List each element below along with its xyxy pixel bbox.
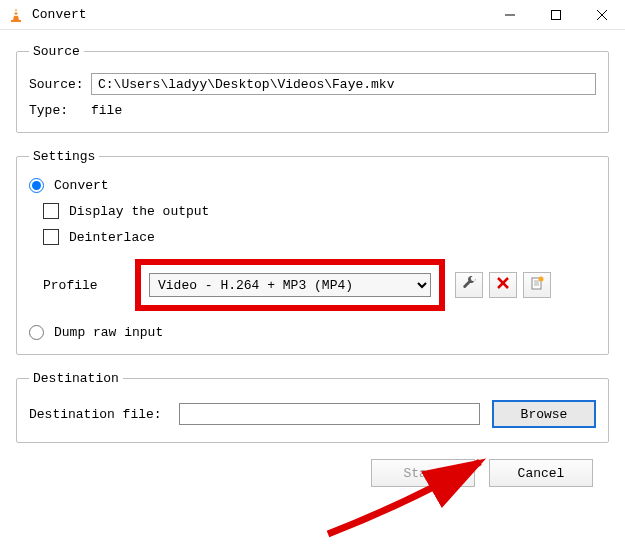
- svg-rect-2: [14, 14, 19, 15]
- source-input[interactable]: [91, 73, 596, 95]
- minimize-button[interactable]: [487, 0, 533, 30]
- dump-raw-radio[interactable]: [29, 325, 44, 340]
- source-label: Source:: [29, 77, 91, 92]
- start-button[interactable]: Start: [371, 459, 475, 487]
- x-icon: [497, 277, 509, 293]
- window-title: Convert: [32, 7, 87, 22]
- deinterlace-label: Deinterlace: [69, 230, 155, 245]
- cancel-button[interactable]: Cancel: [489, 459, 593, 487]
- destination-legend: Destination: [29, 371, 123, 386]
- new-profile-button[interactable]: [523, 272, 551, 298]
- convert-radio[interactable]: [29, 178, 44, 193]
- profile-select[interactable]: Video - H.264 + MP3 (MP4): [149, 273, 431, 297]
- edit-profile-button[interactable]: [455, 272, 483, 298]
- display-output-checkbox[interactable]: [43, 203, 59, 219]
- browse-button[interactable]: Browse: [492, 400, 596, 428]
- svg-rect-5: [552, 10, 561, 19]
- delete-profile-button[interactable]: [489, 272, 517, 298]
- convert-radio-label: Convert: [54, 178, 109, 193]
- source-legend: Source: [29, 44, 84, 59]
- destination-group: Destination Destination file: Browse: [16, 371, 609, 443]
- new-doc-icon: [530, 276, 544, 294]
- window-controls: [487, 0, 625, 30]
- deinterlace-checkbox[interactable]: [43, 229, 59, 245]
- maximize-button[interactable]: [533, 0, 579, 30]
- type-value: file: [91, 103, 122, 118]
- settings-legend: Settings: [29, 149, 99, 164]
- settings-group: Settings Convert Display the output Dein…: [16, 149, 609, 355]
- type-label: Type:: [29, 103, 91, 118]
- wrench-icon: [462, 276, 476, 294]
- destination-file-label: Destination file:: [29, 407, 179, 422]
- display-output-label: Display the output: [69, 204, 209, 219]
- highlight-box: Video - H.264 + MP3 (MP4): [135, 259, 445, 311]
- dump-raw-label: Dump raw input: [54, 325, 163, 340]
- close-button[interactable]: [579, 0, 625, 30]
- destination-file-input[interactable]: [179, 403, 480, 425]
- svg-rect-1: [14, 11, 17, 12]
- svg-marker-0: [13, 8, 19, 20]
- titlebar: Convert: [0, 0, 625, 30]
- vlc-cone-icon: [8, 7, 24, 23]
- source-group: Source Source: Type: file: [16, 44, 609, 133]
- svg-point-14: [539, 277, 544, 282]
- dialog-footer: Start Cancel: [16, 459, 609, 487]
- svg-rect-3: [11, 20, 21, 22]
- profile-label: Profile: [43, 278, 135, 293]
